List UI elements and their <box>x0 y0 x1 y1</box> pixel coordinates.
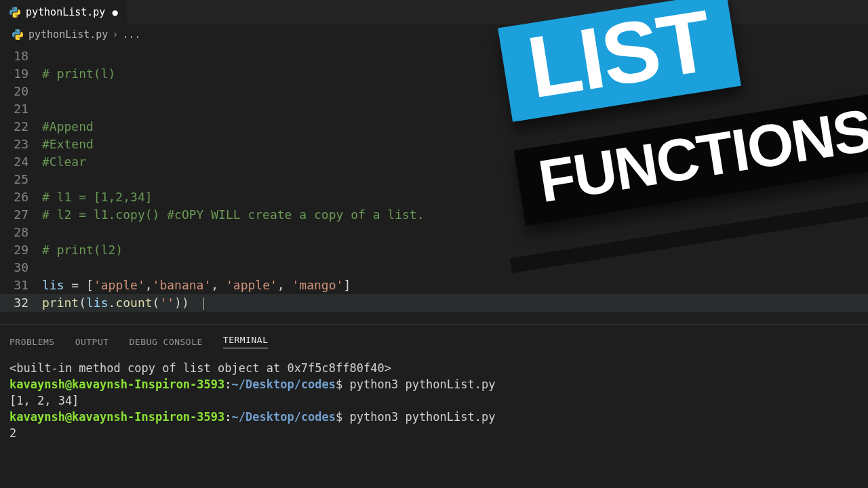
code-line[interactable]: 31lis = ['apple','banana', 'apple', 'man… <box>0 277 868 294</box>
line-number: 26 <box>0 188 42 206</box>
line-number: 28 <box>0 224 42 241</box>
code-content[interactable]: # print(l2) <box>42 241 123 259</box>
python-file-icon <box>12 29 23 40</box>
panel-tab-terminal[interactable]: TERMINAL <box>223 335 269 348</box>
code-line[interactable]: 22#Append <box>0 118 868 136</box>
code-content[interactable]: #Extend <box>42 136 94 153</box>
terminal-output: [1, 2, 34] <box>9 392 859 409</box>
tab-pythonlist[interactable]: pythonList.py ● <box>0 0 128 24</box>
python-file-icon <box>9 7 20 18</box>
code-line[interactable]: 26# l1 = [1,2,34] <box>0 188 868 206</box>
code-line[interactable]: 19# print(l) <box>0 65 868 83</box>
breadcrumb-file[interactable]: pythonList.py <box>28 28 108 41</box>
line-number: 29 <box>0 241 42 259</box>
code-line[interactable]: 29# print(l2) <box>0 241 868 259</box>
panel-tab-output[interactable]: OUTPUT <box>75 337 109 347</box>
code-content[interactable]: # print(l) <box>42 65 115 83</box>
code-content[interactable]: lis = ['apple','banana', 'apple', 'mango… <box>42 277 351 294</box>
chevron-right-icon: › <box>112 28 118 41</box>
line-number: 32 <box>0 294 42 312</box>
panel-tab-debug-console[interactable]: DEBUG CONSOLE <box>130 337 203 347</box>
code-content[interactable]: # l2 = l1.copy() #cOPY WILL create a cop… <box>42 206 425 224</box>
line-number: 25 <box>0 171 42 188</box>
line-number: 22 <box>0 118 42 136</box>
line-number: 23 <box>0 136 42 153</box>
code-line[interactable]: 28 <box>0 224 868 241</box>
bottom-panel: PROBLEMSOUTPUTDEBUG CONSOLETERMINAL <bui… <box>0 324 868 488</box>
tab-label: pythonList.py <box>26 6 105 18</box>
code-line[interactable]: 24#Clear <box>0 153 868 171</box>
tab-bar: pythonList.py ● <box>0 0 868 24</box>
line-number: 18 <box>0 47 42 65</box>
line-number: 21 <box>0 100 42 118</box>
modified-dot-icon: ● <box>112 7 117 18</box>
code-line[interactable]: 32print(lis.count('')) <box>0 294 868 312</box>
code-content[interactable]: #Append <box>42 118 94 136</box>
terminal-output: <built-in method copy of list object at … <box>9 360 859 376</box>
terminal-prompt-line: kavaynsh@kavaynsh-Inspiron-3593:~/Deskto… <box>9 376 859 392</box>
code-line[interactable]: 21 <box>0 100 868 118</box>
code-line[interactable]: 30 <box>0 259 868 277</box>
line-number: 24 <box>0 153 42 171</box>
code-line[interactable]: 27# l2 = l1.copy() #cOPY WILL create a c… <box>0 206 868 224</box>
code-line[interactable]: 18 <box>0 47 868 65</box>
breadcrumb-more[interactable]: ... <box>122 28 140 41</box>
code-line[interactable]: 23#Extend <box>0 136 868 153</box>
breadcrumb[interactable]: pythonList.py › ... <box>0 24 868 45</box>
code-content[interactable]: # l1 = [1,2,34] <box>42 188 153 206</box>
line-number: 19 <box>0 65 42 83</box>
code-content[interactable]: #Clear <box>42 153 86 171</box>
terminal-content[interactable]: <built-in method copy of list object at … <box>0 352 868 449</box>
code-line[interactable]: 20 <box>0 83 868 100</box>
text-cursor-icon <box>203 298 204 310</box>
panel-tab-problems[interactable]: PROBLEMS <box>9 337 55 347</box>
line-number: 20 <box>0 83 42 100</box>
line-number: 31 <box>0 277 42 294</box>
terminal-output: 2 <box>9 425 859 441</box>
line-number: 27 <box>0 206 42 224</box>
code-editor[interactable]: 1819# print(l)202122#Append23#Extend24#C… <box>0 45 868 324</box>
code-content[interactable]: print(lis.count('')) <box>42 294 204 312</box>
line-number: 30 <box>0 259 42 277</box>
terminal-prompt-line: kavaynsh@kavaynsh-Inspiron-3593:~/Deskto… <box>9 409 859 425</box>
code-line[interactable]: 25 <box>0 171 868 188</box>
panel-tabs: PROBLEMSOUTPUTDEBUG CONSOLETERMINAL <box>0 331 868 352</box>
